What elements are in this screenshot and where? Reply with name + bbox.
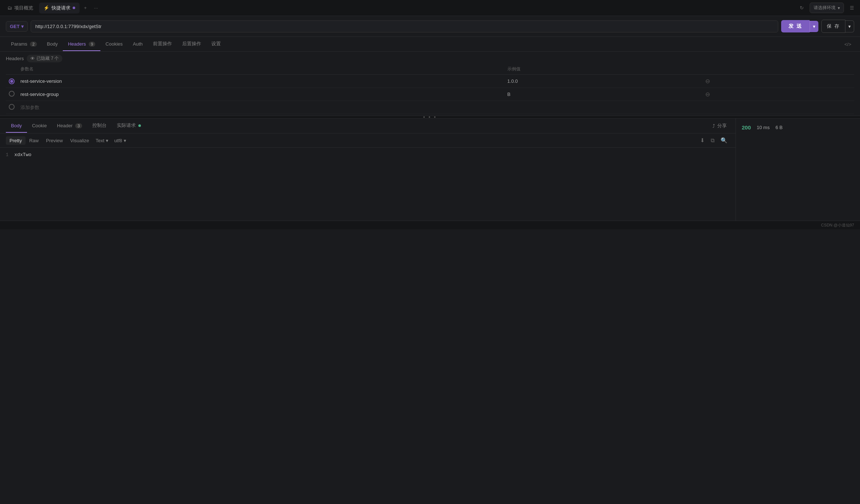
resp-tab-cookie[interactable]: Cookie (27, 119, 52, 133)
resp-tab-console[interactable]: 控制台 (87, 119, 112, 133)
tab-bar-right: ↻ 请选择环境 ▾ ☰ (797, 3, 857, 13)
copy-icon[interactable]: ⧉ (709, 136, 717, 145)
send-button-wrap: 发 送 ▾ (781, 20, 818, 32)
headers-label: Headers (6, 56, 24, 61)
row-check-cell (6, 88, 18, 101)
response-size: 6 B (775, 125, 783, 130)
row-checkbox[interactable] (9, 91, 15, 97)
tab-auth[interactable]: Auth (128, 38, 148, 51)
format-type-select[interactable]: Text ▾ (93, 136, 111, 145)
table-row: rest-service-group B ⊖ (6, 88, 854, 101)
tab-settings[interactable]: 设置 (206, 37, 226, 51)
tab-quick-label: 快捷请求 (51, 5, 70, 11)
tab-post-ops[interactable]: 后置操作 (177, 37, 206, 51)
fmt-tab-preview[interactable]: Preview (42, 136, 66, 145)
col-name: 参数名 (18, 64, 504, 75)
download-icon[interactable]: ⬇ (698, 136, 707, 145)
method-label: GET (10, 24, 20, 29)
tab-pre-ops[interactable]: 前置操作 (148, 37, 177, 51)
code-icon: </> (841, 40, 854, 49)
col-value: 示例值 (504, 64, 700, 75)
response-left: Body Cookie Header 3 控制台 实际请求 ⤴ 分享 (0, 119, 736, 221)
url-input[interactable] (31, 20, 779, 32)
add-param-label[interactable]: 添加参数 (18, 101, 854, 114)
tab-quick[interactable]: ⚡ 快捷请求 (39, 3, 80, 13)
tab-bar: 🗂 项目概览 ⚡ 快捷请求 + ··· ↻ 请选择环境 ▾ ☰ (0, 0, 860, 16)
send-dropdown-button[interactable]: ▾ (810, 21, 818, 32)
tab-cookies[interactable]: Cookies (100, 38, 128, 51)
remove-icon[interactable]: ⊖ (703, 90, 712, 98)
tab-body[interactable]: Body (42, 38, 63, 51)
fmt-tab-pretty[interactable]: Pretty (6, 136, 26, 145)
eye-icon: 👁 (30, 56, 35, 61)
line-number: 1 (6, 152, 8, 158)
response-tabs: Body Cookie Header 3 控制台 实际请求 ⤴ 分享 (0, 119, 736, 133)
env-chevron-icon: ▾ (838, 5, 840, 11)
encoding-chevron: ▾ (124, 138, 126, 143)
hidden-badge[interactable]: 👁 已隐藏 7 个 (27, 55, 62, 62)
fmt-tab-visualize[interactable]: Visualize (66, 136, 93, 145)
fmt-tab-raw[interactable]: Raw (26, 136, 42, 145)
resp-tab-header[interactable]: Header 3 (52, 119, 87, 133)
search-icon[interactable]: 🔍 (718, 136, 730, 145)
share-label: 分享 (717, 123, 727, 129)
share-button[interactable]: ⤴ 分享 (710, 121, 730, 131)
tab-add-button[interactable]: + (81, 4, 90, 12)
headers-table: 参数名 示例值 rest-service-version 1.0.0 ⊖ res… (6, 64, 854, 114)
overview-icon: 🗂 (7, 5, 12, 11)
share-icon: ⤴ (713, 123, 715, 129)
row-name[interactable]: rest-service-group (18, 88, 504, 101)
divider[interactable]: • • • (0, 116, 860, 119)
add-param-row: 添加参数 (6, 101, 854, 114)
env-placeholder: 请选择环境 (814, 5, 836, 11)
refresh-button[interactable]: ↻ (797, 3, 807, 12)
request-tabs: Params 2 Body Headers 9 Cookies Auth 前置操… (0, 37, 860, 52)
response-right: 200 10 ms 6 B (736, 119, 860, 221)
add-checkbox[interactable] (9, 104, 15, 110)
row-checkbox[interactable] (9, 78, 15, 84)
row-value[interactable]: 1.0.0 (504, 75, 700, 88)
format-bar-right: ⬇ ⧉ 🔍 (698, 136, 730, 145)
col-check (6, 64, 18, 75)
col-actions (700, 64, 855, 75)
quick-icon: ⚡ (43, 5, 49, 11)
live-dot (138, 124, 141, 127)
method-select[interactable]: GET ▾ (6, 21, 28, 32)
url-bar: GET ▾ 发 送 ▾ 保 存 ▾ (0, 16, 860, 37)
footer: CSDN @小道仙97 (0, 221, 860, 229)
tab-params[interactable]: Params 2 (6, 38, 42, 51)
remove-icon[interactable]: ⊖ (703, 77, 712, 85)
row-name[interactable]: rest-service-version (18, 75, 504, 88)
table-row: rest-service-version 1.0.0 ⊖ (6, 75, 854, 88)
share-area: ⤴ 分享 (710, 121, 730, 131)
row-value[interactable]: B (504, 88, 700, 101)
footer-text: CSDN @小道仙97 (821, 223, 854, 227)
tab-overview[interactable]: 🗂 项目概览 (3, 3, 38, 13)
headers-label-row: Headers 👁 已隐藏 7 个 (6, 55, 854, 62)
save-dropdown-button[interactable]: ▾ (845, 20, 854, 32)
resp-tab-body[interactable]: Body (6, 119, 27, 133)
tab-headers[interactable]: Headers 9 (63, 38, 100, 51)
resp-tab-actual[interactable]: 实际请求 (112, 119, 146, 133)
response-wrap: Body Cookie Header 3 控制台 实际请求 ⤴ 分享 (0, 119, 860, 221)
tab-more-button[interactable]: ··· (91, 4, 101, 12)
encoding-select[interactable]: utf8 ▾ (111, 136, 129, 145)
tab-active-dot (73, 7, 75, 9)
format-bar: Pretty Raw Preview Visualize Text ▾ utf8… (0, 133, 736, 148)
format-type-label: Text (96, 138, 104, 143)
format-type-chevron: ▾ (106, 138, 108, 143)
menu-button[interactable]: ☰ (847, 3, 857, 12)
add-check-cell (6, 101, 18, 114)
response-time: 10 ms (757, 125, 769, 130)
env-select[interactable]: 请选择环境 ▾ (810, 3, 844, 13)
status-row: 200 10 ms 6 B (742, 124, 854, 131)
save-button[interactable]: 保 存 (821, 20, 845, 33)
headers-section: Headers 👁 已隐藏 7 个 参数名 示例值 rest-service-v… (0, 52, 860, 116)
tab-overview-label: 项目概览 (14, 5, 33, 11)
code-toggle[interactable]: </> (841, 42, 854, 47)
send-button[interactable]: 发 送 (781, 20, 810, 32)
response-body: 1xdxTwo (0, 148, 736, 221)
status-code: 200 (742, 124, 751, 131)
response-content: xdxTwo (14, 152, 31, 158)
row-check-cell (6, 75, 18, 88)
